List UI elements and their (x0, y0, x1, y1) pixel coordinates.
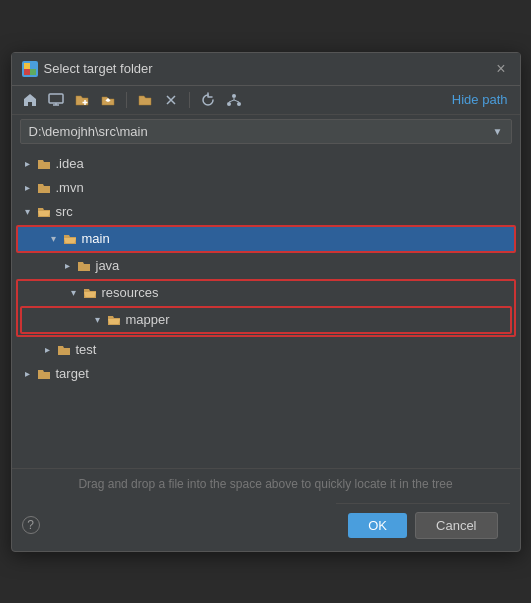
folder-icon (36, 180, 52, 196)
toolbar-sep-1 (126, 92, 127, 108)
monitor-icon[interactable] (46, 90, 66, 110)
tree-item-label: test (76, 342, 97, 357)
tree-item-main[interactable]: ▾ main (18, 227, 514, 251)
tree-item-label: java (96, 258, 120, 273)
close-button[interactable]: × (492, 59, 509, 79)
drag-hint: Drag and drop a file into the space abov… (12, 468, 520, 499)
tree-item-mvn[interactable]: ▸ .mvn (12, 176, 520, 200)
bottom-bar: ? OK Cancel (12, 499, 520, 551)
svg-point-7 (237, 102, 241, 106)
cancel-button[interactable]: Cancel (415, 512, 497, 539)
resources-outline: ▾ resources ▾ mapper (16, 279, 516, 337)
mapper-outline: ▾ mapper (20, 306, 512, 334)
svg-rect-1 (30, 63, 36, 69)
path-bar: ▼ (20, 119, 512, 144)
tree-item-label: .idea (56, 156, 84, 171)
refresh-icon[interactable] (198, 90, 218, 110)
dialog: Select target folder × (11, 52, 521, 552)
app-icon (22, 61, 38, 77)
path-dropdown-button[interactable]: ▼ (485, 122, 511, 141)
main-outline: ▾ main (16, 225, 516, 253)
folder-icon (36, 156, 52, 172)
chevron-right-icon: ▸ (20, 158, 36, 169)
chevron-down-icon: ▾ (66, 287, 82, 298)
help-button[interactable]: ? (22, 516, 40, 534)
tree-item-target[interactable]: ▸ target (12, 362, 520, 386)
folder-open-icon (82, 285, 98, 301)
title-bar: Select target folder × (12, 53, 520, 86)
chevron-right-icon: ▸ (20, 368, 36, 379)
chevron-right-icon: ▸ (60, 260, 76, 271)
tree-item-label: .mvn (56, 180, 84, 195)
chevron-down-icon: ▾ (46, 233, 62, 244)
hide-path-button[interactable]: Hide path (448, 90, 512, 109)
folder-up-icon[interactable] (98, 90, 118, 110)
svg-rect-0 (24, 63, 30, 69)
tree-item-src[interactable]: ▾ src (12, 200, 520, 224)
path-input[interactable] (21, 120, 485, 143)
svg-point-6 (227, 102, 231, 106)
ok-button[interactable]: OK (348, 513, 407, 538)
folder-open-icon (106, 312, 122, 328)
dialog-title: Select target folder (44, 61, 153, 76)
svg-rect-3 (30, 69, 36, 75)
svg-rect-4 (49, 94, 63, 103)
new-folder-icon[interactable] (72, 90, 92, 110)
tree-item-idea[interactable]: ▸ .idea (12, 152, 520, 176)
tree-item-test[interactable]: ▸ test (12, 338, 520, 362)
file-tree: ▸ .idea ▸ .mvn ▾ src ▾ main ▸ (12, 148, 520, 468)
svg-point-5 (232, 94, 236, 98)
chevron-right-icon: ▸ (20, 182, 36, 193)
home-icon[interactable] (20, 90, 40, 110)
tree-item-java[interactable]: ▸ java (12, 254, 520, 278)
tree-item-label: main (82, 231, 110, 246)
button-row: OK Cancel (336, 503, 509, 547)
svg-rect-2 (24, 69, 30, 75)
folder-icon (76, 258, 92, 274)
folder-icon (36, 366, 52, 382)
chevron-right-icon: ▸ (40, 344, 56, 355)
folder-open-icon (62, 231, 78, 247)
network-icon[interactable] (224, 90, 244, 110)
delete-icon[interactable] (161, 90, 181, 110)
tree-item-label: mapper (126, 312, 170, 327)
chevron-down-icon: ▾ (20, 206, 36, 217)
tree-item-label: target (56, 366, 89, 381)
expand-icon[interactable] (135, 90, 155, 110)
folder-open-icon (36, 204, 52, 220)
tree-item-label: src (56, 204, 73, 219)
toolbar-sep-2 (189, 92, 190, 108)
title-left: Select target folder (22, 61, 153, 77)
tree-item-label: resources (102, 285, 159, 300)
tree-item-resources[interactable]: ▾ resources (18, 281, 514, 305)
tree-item-mapper[interactable]: ▾ mapper (22, 308, 510, 332)
chevron-down-icon: ▾ (90, 314, 106, 325)
folder-icon (56, 342, 72, 358)
toolbar: Hide path (12, 86, 520, 115)
